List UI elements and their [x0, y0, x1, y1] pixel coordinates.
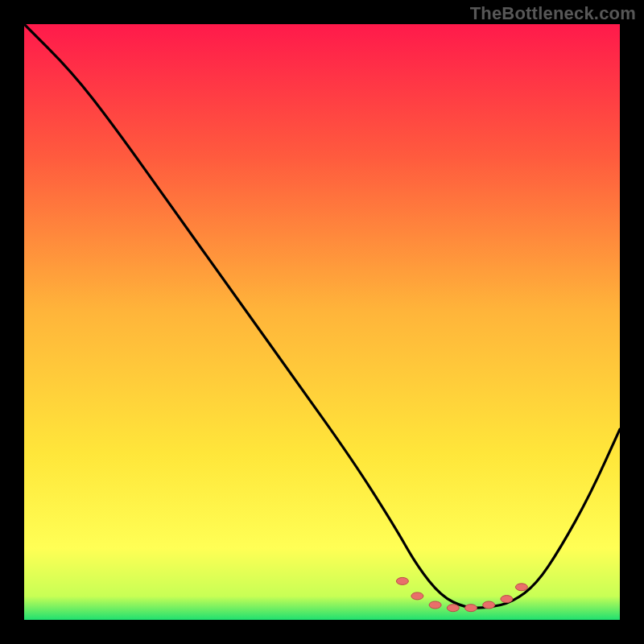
gradient-background — [24, 24, 620, 620]
curve-marker — [447, 605, 459, 612]
curve-marker — [411, 592, 423, 600]
curve-marker — [429, 601, 441, 609]
curve-marker — [396, 577, 408, 584]
curve-marker — [515, 584, 527, 591]
chart-frame: TheBottleneck.com — [0, 0, 644, 644]
curve-marker — [483, 601, 495, 609]
curve-marker — [465, 605, 477, 612]
plot-area — [24, 24, 620, 620]
plot-svg — [24, 24, 620, 620]
watermark-text: TheBottleneck.com — [470, 3, 636, 24]
curve-marker — [501, 596, 513, 603]
